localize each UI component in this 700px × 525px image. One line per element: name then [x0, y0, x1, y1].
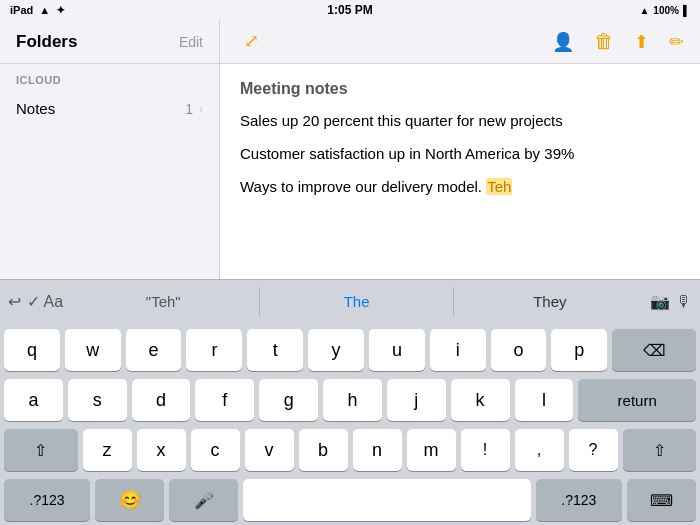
note-title: Meeting notes: [240, 80, 680, 98]
key-k[interactable]: k: [451, 379, 510, 421]
status-right: ▲ 100% ▌: [639, 5, 690, 16]
note-toolbar: ⤢ 👤 🗑 ⬆ ✏: [220, 20, 700, 64]
key-h[interactable]: h: [323, 379, 382, 421]
space-key[interactable]: [243, 479, 531, 521]
key-d[interactable]: d: [132, 379, 191, 421]
battery-label: 100%: [653, 5, 679, 16]
backspace-key[interactable]: ⌫: [612, 329, 696, 371]
emoji-key[interactable]: 😊: [95, 479, 164, 521]
compose-button[interactable]: ✏: [669, 31, 684, 53]
undo-icon[interactable]: ↩: [8, 292, 21, 311]
autocorrect-suggestions: "Teh" The They: [67, 287, 646, 316]
note-line-3-text: Ways to improve our delivery model.: [240, 178, 482, 195]
autocorrect-right: 📷 🎙: [650, 292, 692, 311]
autocorrect-bar: ↩ ✓ Aa "Teh" The They 📷 🎙: [0, 279, 700, 323]
suggestion-teh[interactable]: "Teh": [67, 287, 259, 316]
return-key[interactable]: return: [578, 379, 696, 421]
note-line-1: Sales up 20 percent this quarter for new…: [240, 110, 680, 131]
status-time: 1:05 PM: [327, 3, 372, 17]
voice-icon[interactable]: 🎙: [676, 293, 692, 311]
key-b[interactable]: b: [299, 429, 348, 471]
sidebar-item-notes[interactable]: Notes 1 ›: [0, 90, 219, 127]
share-button[interactable]: ⬆: [634, 31, 649, 53]
expand-icon: ⤢: [244, 30, 268, 54]
key-l[interactable]: l: [515, 379, 574, 421]
battery-icon: ▌: [683, 5, 690, 16]
keyboard-rows: q w e r t y u i o p ⌫ a s d f g h j k l …: [0, 323, 700, 525]
key-w[interactable]: w: [65, 329, 121, 371]
ipad-label: iPad: [10, 4, 33, 16]
key-u[interactable]: u: [369, 329, 425, 371]
key-i[interactable]: i: [430, 329, 486, 371]
suggestion-the[interactable]: The: [259, 287, 452, 316]
key-f[interactable]: f: [195, 379, 254, 421]
highlighted-word: Teh: [486, 178, 512, 195]
trash-button[interactable]: 🗑: [594, 30, 614, 53]
numbers-key-right[interactable]: .?123: [536, 479, 622, 521]
key-q[interactable]: q: [4, 329, 60, 371]
sidebar-edit-button[interactable]: Edit: [179, 34, 203, 50]
key-v[interactable]: v: [245, 429, 294, 471]
autocorrect-left: ↩ ✓ Aa: [8, 292, 63, 311]
key-t[interactable]: t: [247, 329, 303, 371]
shift-key[interactable]: ⇧: [4, 429, 78, 471]
camera-icon[interactable]: 📷: [650, 292, 670, 311]
key-p[interactable]: p: [551, 329, 607, 371]
key-x[interactable]: x: [137, 429, 186, 471]
status-bar: iPad ▲ ✦ 1:05 PM ▲ 100% ▌: [0, 0, 700, 20]
keyboard-switch-key[interactable]: ⌨: [627, 479, 696, 521]
chevron-icon: ›: [199, 102, 203, 116]
key-n[interactable]: n: [353, 429, 402, 471]
sidebar-title: Folders: [16, 32, 77, 52]
key-z[interactable]: z: [83, 429, 132, 471]
add-person-button[interactable]: 👤: [552, 31, 574, 53]
key-row-bottom: .?123 😊 🎤 .?123 ⌨: [4, 479, 696, 521]
sidebar-header: Folders Edit: [0, 20, 219, 64]
wifi-icon: ▲: [39, 4, 50, 16]
key-a[interactable]: a: [4, 379, 63, 421]
key-y[interactable]: y: [308, 329, 364, 371]
key-g[interactable]: g: [259, 379, 318, 421]
key-question[interactable]: ?: [569, 429, 618, 471]
key-e[interactable]: e: [126, 329, 182, 371]
notes-item-right: 1 ›: [185, 101, 203, 117]
key-row-2: a s d f g h j k l return: [4, 379, 696, 421]
key-m[interactable]: m: [407, 429, 456, 471]
check-icon[interactable]: ✓ Aa: [27, 292, 63, 311]
mic-key[interactable]: 🎤: [169, 479, 238, 521]
note-line-3: Ways to improve our delivery model. Teh: [240, 176, 680, 197]
note-line-2: Customer satisfaction up in North Americ…: [240, 143, 680, 164]
numbers-key-left[interactable]: .?123: [4, 479, 90, 521]
key-o[interactable]: o: [491, 329, 547, 371]
key-c[interactable]: c: [191, 429, 240, 471]
sidebar-section-label: ICLOUD: [0, 64, 219, 90]
key-row-3: ⇧ z x c v b n m ! , ? ⇧: [4, 429, 696, 471]
notes-count: 1: [185, 101, 193, 117]
key-excl[interactable]: !: [461, 429, 510, 471]
key-row-1: q w e r t y u i o p ⌫: [4, 329, 696, 371]
key-r[interactable]: r: [186, 329, 242, 371]
keyboard-area: ↩ ✓ Aa "Teh" The They 📷 🎙 q w e r t: [0, 279, 700, 525]
status-left: iPad ▲ ✦: [10, 4, 65, 17]
suggestion-they[interactable]: They: [453, 287, 646, 316]
key-comma[interactable]: ,: [515, 429, 564, 471]
notes-label: Notes: [16, 100, 55, 117]
signal-icon: ▲: [639, 5, 649, 16]
key-s[interactable]: s: [68, 379, 127, 421]
shift-key-right[interactable]: ⇧: [623, 429, 697, 471]
key-j[interactable]: j: [387, 379, 446, 421]
bluetooth-icon: ✦: [56, 4, 65, 17]
